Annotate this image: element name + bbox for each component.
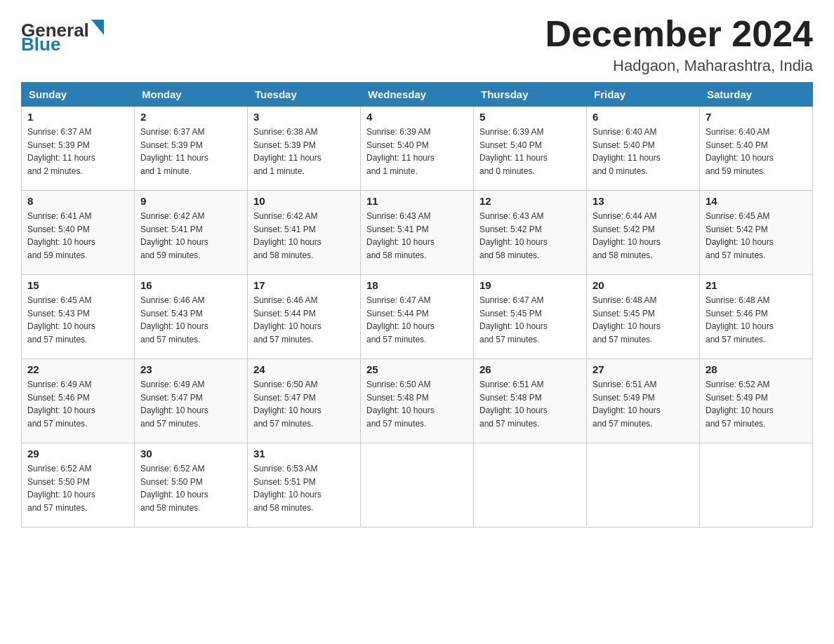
calendar-cell: 2 Sunrise: 6:37 AMSunset: 5:39 PMDayligh… xyxy=(135,107,248,191)
col-saturday: Saturday xyxy=(700,83,813,107)
calendar-cell: 15 Sunrise: 6:45 AMSunset: 5:43 PMDaylig… xyxy=(22,275,135,359)
logo-area: General Blue xyxy=(21,14,105,53)
calendar-cell: 10 Sunrise: 6:42 AMSunset: 5:41 PMDaylig… xyxy=(248,191,361,275)
calendar-cell: 19 Sunrise: 6:47 AMSunset: 5:45 PMDaylig… xyxy=(474,275,587,359)
day-info: Sunrise: 6:49 AMSunset: 5:46 PMDaylight:… xyxy=(27,380,95,429)
calendar-cell: 28 Sunrise: 6:52 AMSunset: 5:49 PMDaylig… xyxy=(700,359,813,443)
day-number: 19 xyxy=(479,279,581,291)
day-number: 21 xyxy=(706,279,807,291)
day-info: Sunrise: 6:38 AMSunset: 5:39 PMDaylight:… xyxy=(253,127,322,176)
calendar-cell: 4 Sunrise: 6:39 AMSunset: 5:40 PMDayligh… xyxy=(361,107,474,191)
day-number: 28 xyxy=(706,363,807,375)
day-number: 23 xyxy=(140,363,241,375)
col-tuesday: Tuesday xyxy=(248,83,361,107)
day-info: Sunrise: 6:48 AMSunset: 5:45 PMDaylight:… xyxy=(593,295,661,344)
svg-text:Blue: Blue xyxy=(21,34,60,53)
day-number: 6 xyxy=(593,111,694,123)
day-info: Sunrise: 6:52 AMSunset: 5:50 PMDaylight:… xyxy=(27,464,95,513)
calendar-cell xyxy=(587,443,700,528)
day-info: Sunrise: 6:45 AMSunset: 5:43 PMDaylight:… xyxy=(27,295,95,344)
day-number: 4 xyxy=(366,111,468,123)
calendar-cell xyxy=(700,443,813,528)
calendar-week-row: 29 Sunrise: 6:52 AMSunset: 5:50 PMDaylig… xyxy=(22,443,813,528)
col-monday: Monday xyxy=(135,83,248,107)
calendar-week-row: 22 Sunrise: 6:49 AMSunset: 5:46 PMDaylig… xyxy=(22,359,813,443)
day-info: Sunrise: 6:43 AMSunset: 5:42 PMDaylight:… xyxy=(479,211,548,260)
calendar-cell: 6 Sunrise: 6:40 AMSunset: 5:40 PMDayligh… xyxy=(587,107,700,191)
day-number: 9 xyxy=(140,195,241,207)
calendar-cell: 3 Sunrise: 6:38 AMSunset: 5:39 PMDayligh… xyxy=(248,107,361,191)
day-number: 3 xyxy=(253,111,355,123)
day-info: Sunrise: 6:51 AMSunset: 5:49 PMDaylight:… xyxy=(593,380,661,429)
calendar-title: December 2024 xyxy=(545,14,813,54)
calendar-cell: 20 Sunrise: 6:48 AMSunset: 5:45 PMDaylig… xyxy=(587,275,700,359)
day-number: 18 xyxy=(366,279,468,291)
calendar-cell: 8 Sunrise: 6:41 AMSunset: 5:40 PMDayligh… xyxy=(22,191,135,275)
day-number: 15 xyxy=(27,279,128,291)
col-sunday: Sunday xyxy=(22,83,135,107)
col-thursday: Thursday xyxy=(474,83,587,107)
day-info: Sunrise: 6:44 AMSunset: 5:42 PMDaylight:… xyxy=(593,211,661,260)
calendar-cell: 12 Sunrise: 6:43 AMSunset: 5:42 PMDaylig… xyxy=(474,191,587,275)
day-number: 26 xyxy=(479,363,581,375)
day-number: 25 xyxy=(366,363,468,375)
day-number: 27 xyxy=(593,363,694,375)
calendar-week-row: 8 Sunrise: 6:41 AMSunset: 5:40 PMDayligh… xyxy=(22,191,813,275)
day-number: 13 xyxy=(593,195,694,207)
day-info: Sunrise: 6:42 AMSunset: 5:41 PMDaylight:… xyxy=(253,211,322,260)
day-number: 10 xyxy=(253,195,355,207)
calendar-cell: 18 Sunrise: 6:47 AMSunset: 5:44 PMDaylig… xyxy=(361,275,474,359)
day-number: 11 xyxy=(366,195,468,207)
day-info: Sunrise: 6:52 AMSunset: 5:50 PMDaylight:… xyxy=(140,464,208,513)
day-info: Sunrise: 6:53 AMSunset: 5:51 PMDaylight:… xyxy=(253,464,322,513)
calendar-cell: 14 Sunrise: 6:45 AMSunset: 5:42 PMDaylig… xyxy=(700,191,813,275)
day-info: Sunrise: 6:37 AMSunset: 5:39 PMDaylight:… xyxy=(27,127,95,176)
col-wednesday: Wednesday xyxy=(361,83,474,107)
day-number: 8 xyxy=(27,195,128,207)
calendar-cell: 11 Sunrise: 6:43 AMSunset: 5:41 PMDaylig… xyxy=(361,191,474,275)
header-row: Sunday Monday Tuesday Wednesday Thursday… xyxy=(22,83,813,107)
day-info: Sunrise: 6:47 AMSunset: 5:44 PMDaylight:… xyxy=(366,295,435,344)
day-info: Sunrise: 6:42 AMSunset: 5:41 PMDaylight:… xyxy=(140,211,208,260)
page-header: General Blue December 2024 Hadgaon, Maha… xyxy=(21,14,813,75)
day-number: 22 xyxy=(27,363,128,375)
day-info: Sunrise: 6:52 AMSunset: 5:49 PMDaylight:… xyxy=(706,380,774,429)
day-number: 2 xyxy=(140,111,241,123)
day-number: 1 xyxy=(27,111,128,123)
calendar-cell: 16 Sunrise: 6:46 AMSunset: 5:43 PMDaylig… xyxy=(135,275,248,359)
day-number: 31 xyxy=(253,448,355,459)
calendar-cell: 1 Sunrise: 6:37 AMSunset: 5:39 PMDayligh… xyxy=(22,107,135,191)
day-info: Sunrise: 6:43 AMSunset: 5:41 PMDaylight:… xyxy=(366,211,435,260)
day-number: 7 xyxy=(706,111,807,123)
calendar-cell xyxy=(361,443,474,528)
calendar-cell: 22 Sunrise: 6:49 AMSunset: 5:46 PMDaylig… xyxy=(22,359,135,443)
day-info: Sunrise: 6:37 AMSunset: 5:39 PMDaylight:… xyxy=(140,127,208,176)
logo-svg: General Blue xyxy=(21,14,105,53)
logo: General Blue xyxy=(21,14,105,53)
title-area: December 2024 Hadgaon, Maharashtra, Indi… xyxy=(545,14,813,75)
day-info: Sunrise: 6:46 AMSunset: 5:43 PMDaylight:… xyxy=(140,295,208,344)
calendar-cell: 24 Sunrise: 6:50 AMSunset: 5:47 PMDaylig… xyxy=(248,359,361,443)
day-info: Sunrise: 6:40 AMSunset: 5:40 PMDaylight:… xyxy=(593,127,661,176)
day-info: Sunrise: 6:46 AMSunset: 5:44 PMDaylight:… xyxy=(253,295,322,344)
day-number: 16 xyxy=(140,279,241,291)
calendar-week-row: 1 Sunrise: 6:37 AMSunset: 5:39 PMDayligh… xyxy=(22,107,813,191)
col-friday: Friday xyxy=(587,83,700,107)
calendar-body: 1 Sunrise: 6:37 AMSunset: 5:39 PMDayligh… xyxy=(22,107,813,528)
calendar-table: Sunday Monday Tuesday Wednesday Thursday… xyxy=(21,82,813,528)
calendar-cell: 30 Sunrise: 6:52 AMSunset: 5:50 PMDaylig… xyxy=(135,443,248,528)
day-number: 29 xyxy=(27,448,128,459)
calendar-cell: 13 Sunrise: 6:44 AMSunset: 5:42 PMDaylig… xyxy=(587,191,700,275)
day-info: Sunrise: 6:39 AMSunset: 5:40 PMDaylight:… xyxy=(366,127,435,176)
day-info: Sunrise: 6:49 AMSunset: 5:47 PMDaylight:… xyxy=(140,380,208,429)
day-info: Sunrise: 6:40 AMSunset: 5:40 PMDaylight:… xyxy=(706,127,774,176)
calendar-cell: 21 Sunrise: 6:48 AMSunset: 5:46 PMDaylig… xyxy=(700,275,813,359)
day-info: Sunrise: 6:48 AMSunset: 5:46 PMDaylight:… xyxy=(706,295,774,344)
day-number: 14 xyxy=(706,195,807,207)
day-number: 24 xyxy=(253,363,355,375)
calendar-subtitle: Hadgaon, Maharashtra, India xyxy=(545,57,813,75)
calendar-cell: 31 Sunrise: 6:53 AMSunset: 5:51 PMDaylig… xyxy=(248,443,361,528)
calendar-cell: 23 Sunrise: 6:49 AMSunset: 5:47 PMDaylig… xyxy=(135,359,248,443)
calendar-cell: 17 Sunrise: 6:46 AMSunset: 5:44 PMDaylig… xyxy=(248,275,361,359)
day-info: Sunrise: 6:50 AMSunset: 5:47 PMDaylight:… xyxy=(253,380,322,429)
